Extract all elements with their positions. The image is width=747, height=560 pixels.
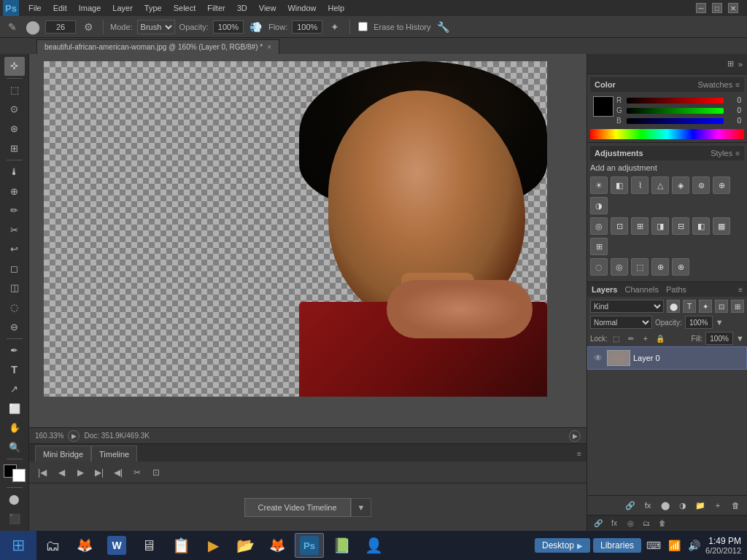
layers-filter-icon2[interactable]: T (683, 300, 696, 313)
signal-icon[interactable]: 📶 (666, 540, 683, 551)
taskbar-media[interactable]: ▶ (198, 533, 228, 558)
photofilter-adj-icon[interactable]: ◎ (590, 217, 608, 235)
layer-item[interactable]: 👁 Layer 0 (587, 346, 747, 370)
clone-tool[interactable]: ✂ (4, 220, 25, 239)
layers-menu-icon[interactable]: ≡ (738, 286, 743, 294)
background-color[interactable] (12, 469, 26, 482)
gradient-adj-icon[interactable]: ▦ (713, 217, 730, 235)
br-icon2[interactable]: fx (608, 517, 621, 530)
path-select-tool[interactable]: ↗ (4, 380, 25, 399)
layer-style-icon[interactable]: fx (640, 499, 655, 512)
layer-visibility-icon[interactable]: 👁 (592, 352, 604, 364)
styles-tab[interactable]: Styles (711, 149, 732, 158)
opacity-arrow[interactable]: ▼ (716, 318, 724, 327)
menu-filter[interactable]: Filter (202, 2, 230, 14)
menu-layer[interactable]: Layer (107, 2, 138, 14)
mini-bridge-tab[interactable]: Mini Bridge (35, 446, 91, 462)
layers-filter-icon3[interactable]: ✦ (699, 300, 712, 313)
timeline-tab[interactable]: Timeline (91, 446, 137, 462)
dodge-tool[interactable]: ⊖ (4, 317, 25, 336)
timeline-end-btn[interactable]: ◀| (111, 465, 125, 480)
layer-mask-icon[interactable]: ⬤ (658, 499, 673, 512)
eraser-tool[interactable]: ◻ (4, 260, 25, 279)
close-btn[interactable]: ✕ (728, 3, 738, 13)
quick-mask-tool[interactable]: ⬤ (4, 490, 25, 509)
gradient-tool[interactable]: ◫ (4, 279, 25, 298)
screen-mode-tool[interactable]: ⬛ (4, 509, 25, 528)
lock-position-icon[interactable]: ✏ (625, 332, 637, 344)
posterize-adj-icon[interactable]: ⊟ (672, 217, 689, 235)
keyboard-icon[interactable]: ⌨ (644, 540, 663, 551)
sound-icon[interactable]: 🔊 (686, 540, 703, 551)
bw-adj-icon[interactable]: ◑ (590, 197, 608, 214)
br-icon5[interactable]: 🗑 (656, 517, 669, 530)
hand-tool[interactable]: ✋ (4, 419, 25, 438)
huesat-adj-icon[interactable]: ⊛ (692, 176, 710, 194)
layer-new-icon[interactable]: + (711, 499, 725, 512)
menu-view[interactable]: View (254, 2, 282, 14)
tool-preset-icon[interactable]: 🔧 (435, 19, 451, 35)
type-tool[interactable]: T (4, 360, 25, 379)
shape-tool[interactable]: ⬜ (4, 400, 25, 419)
fill-arrow[interactable]: ▼ (736, 334, 744, 343)
opacity-field[interactable] (685, 316, 713, 329)
tab-close-btn[interactable]: × (267, 43, 271, 51)
brush-preset-icon[interactable]: ⬤ (25, 19, 41, 35)
menu-type[interactable]: Type (139, 2, 167, 14)
brightness-adj-icon[interactable]: ☀ (590, 176, 608, 194)
taskbar-app4[interactable]: 📋 (166, 533, 196, 558)
b-slider[interactable] (627, 118, 724, 124)
paths-tab[interactable]: Paths (666, 285, 686, 294)
status-right-icon[interactable]: ▶ (569, 430, 581, 442)
layers-filter-icon4[interactable]: ⊡ (715, 300, 728, 313)
taskbar-app3[interactable]: 🖥 (134, 533, 163, 558)
taskbar-firefox[interactable]: 🦊 (70, 533, 99, 558)
adj-icon-a[interactable]: ◌ (590, 258, 608, 276)
swatches-tab[interactable]: Swatches (697, 80, 732, 89)
layers-filter-icon5[interactable]: ⊞ (731, 300, 744, 313)
blend-mode-select[interactable]: Normal Dissolve Multiply Screen Overlay (590, 316, 652, 329)
layers-kind-select[interactable]: Kind (590, 300, 664, 313)
timeline-transfer-btn[interactable]: ⊡ (149, 465, 163, 480)
invert-adj-icon[interactable]: ◨ (651, 217, 669, 235)
adj-icon-c[interactable]: ⬚ (631, 258, 649, 276)
timeline-play-btn[interactable]: ▶ (73, 465, 88, 480)
timeline-options-btn[interactable]: ▼ (351, 498, 372, 517)
taskbar-firefox2[interactable]: 🦊 (263, 533, 292, 558)
zoom-tool[interactable]: 🔍 (4, 438, 25, 457)
layer-group-icon[interactable]: 📁 (693, 499, 708, 512)
layer-adj-icon[interactable]: ◑ (676, 499, 690, 512)
lasso-tool[interactable]: ⊙ (4, 100, 25, 119)
taskbar-photoshop[interactable]: Ps (295, 533, 324, 558)
panel-menu-icon[interactable]: ≡ (572, 446, 587, 462)
eraser-tool-icon[interactable]: ✎ (4, 19, 20, 35)
threshold-adj-icon[interactable]: ◧ (692, 217, 710, 235)
layer-link-icon[interactable]: 🔗 (623, 499, 638, 512)
pen-tool[interactable]: ✒ (4, 341, 25, 360)
br-icon1[interactable]: 🔗 (592, 517, 605, 530)
crop-tool[interactable]: ⊞ (4, 139, 25, 158)
layer-delete-icon[interactable]: 🗑 (728, 499, 743, 512)
exposure-adj-icon[interactable]: △ (651, 176, 669, 194)
adj-icon-b[interactable]: ◎ (611, 258, 628, 276)
adj-icon-d[interactable]: ⊕ (651, 258, 669, 276)
timeline-split-btn[interactable]: ✂ (130, 465, 144, 480)
restore-btn[interactable]: □ (712, 3, 722, 13)
brush-tool[interactable]: ✏ (4, 201, 25, 220)
move-tool[interactable]: ✜ (4, 57, 25, 76)
marquee-tool[interactable]: ⬚ (4, 80, 25, 99)
r-slider[interactable] (627, 98, 724, 104)
color-main-swatch[interactable] (593, 96, 614, 117)
timeline-start-btn[interactable]: |◀ (35, 465, 50, 480)
erase-history-checkbox[interactable] (358, 22, 368, 31)
menu-file[interactable]: File (23, 2, 47, 14)
lock-all-icon[interactable]: 🔒 (654, 332, 666, 344)
colorbalance-adj-icon[interactable]: ⊕ (713, 176, 730, 194)
curves-adj-icon[interactable]: ⌇ (631, 176, 649, 194)
panel-arrange-icon[interactable]: ⊞ (727, 59, 734, 69)
blur-tool[interactable]: ◌ (4, 298, 25, 317)
brush-size-input[interactable] (45, 20, 76, 34)
lock-move-icon[interactable]: + (640, 332, 651, 344)
vibrance-adj-icon[interactable]: ◈ (672, 176, 689, 194)
br-icon4[interactable]: 🗂 (640, 517, 653, 530)
